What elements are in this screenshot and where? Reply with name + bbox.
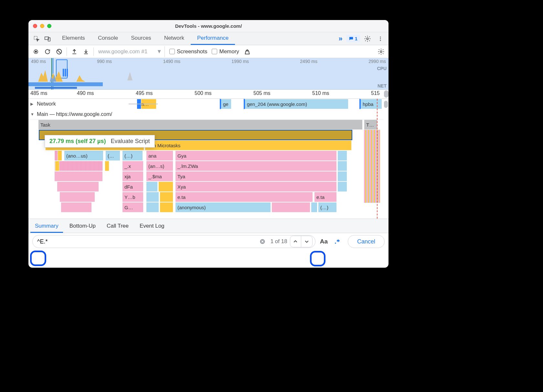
dtab-event-log[interactable]: Event Log — [135, 220, 169, 233]
flame-scroll[interactable] — [383, 99, 389, 219]
kebab-menu-icon[interactable] — [375, 36, 386, 42]
memory-checkbox[interactable]: Memory — [210, 48, 241, 55]
flame-cell[interactable]: e.ta — [175, 192, 313, 202]
flame-cell[interactable] — [337, 150, 347, 161]
flame-cell[interactable] — [146, 181, 158, 192]
flame-cell[interactable] — [61, 202, 92, 212]
flame-cell[interactable] — [58, 150, 62, 161]
tooltip-label: Evaluate Script — [111, 138, 150, 144]
screenshots-checkbox[interactable]: Screenshots — [167, 48, 209, 55]
scroll-thumb[interactable] — [384, 90, 389, 98]
flame-cell[interactable] — [57, 181, 99, 192]
issues-count: 1 — [355, 36, 357, 41]
flame-cell[interactable]: (ano…us) — [64, 150, 103, 161]
net-bar — [28, 82, 103, 86]
flame-cell[interactable] — [55, 161, 59, 171]
flame-cell[interactable] — [337, 171, 347, 181]
flame-cell[interactable]: e.ta — [314, 192, 337, 202]
flame-cell[interactable]: xja — [122, 171, 144, 181]
flame-cell[interactable]: (…) — [318, 202, 337, 212]
cancel-button[interactable]: Cancel — [348, 235, 385, 248]
flame-cell[interactable] — [105, 161, 109, 171]
flame-cell[interactable] — [160, 192, 173, 202]
flame-cell[interactable]: (…) — [122, 150, 143, 161]
dtab-bottom-up[interactable]: Bottom-Up — [65, 220, 100, 233]
flame-cell[interactable]: (anonymous) — [175, 202, 271, 212]
checkbox-icon — [169, 49, 175, 54]
upload-button[interactable] — [69, 46, 80, 57]
issues-button[interactable]: 1 — [346, 35, 360, 42]
search-input[interactable] — [37, 238, 257, 245]
flame-cell[interactable]: Y…b — [122, 192, 144, 202]
tab-performance[interactable]: Performance — [191, 32, 235, 45]
case-sensitive-toggle[interactable]: Aa — [320, 238, 328, 245]
flame-cell[interactable]: _.lm.ZWa — [175, 161, 337, 171]
svg-point-6 — [380, 40, 381, 41]
flame-cell[interactable] — [146, 192, 159, 202]
search-next-icon[interactable] — [301, 236, 312, 247]
network-entry[interactable]: ge — [220, 99, 231, 109]
flame-cell[interactable] — [337, 181, 347, 192]
flame-cell[interactable] — [337, 161, 347, 171]
flame-task[interactable]: Task — [38, 119, 363, 130]
settings-icon[interactable] — [362, 35, 373, 42]
flame-cell[interactable]: _.x — [122, 161, 144, 171]
inspect-element-icon[interactable] — [31, 32, 42, 45]
network-entry[interactable]: gen_204 (www.google.com) — [244, 99, 348, 109]
network-entry[interactable]: hpba — [359, 99, 382, 109]
flame-cell[interactable] — [311, 202, 317, 212]
tab-elements[interactable]: Elements — [56, 32, 91, 45]
overview-timeline[interactable]: 490 ms 990 ms 1490 ms 1990 ms 2490 ms 29… — [28, 58, 389, 90]
highlight-ring-regex — [310, 251, 325, 266]
flame-cell[interactable]: Run Microtasks — [145, 140, 352, 150]
tab-network[interactable]: Network — [158, 32, 191, 45]
flame-cell[interactable]: Gya — [175, 150, 337, 161]
search-nav-pill — [290, 236, 313, 247]
flame-cell[interactable]: dFa — [122, 181, 144, 192]
search-prev-icon[interactable] — [290, 236, 301, 247]
ruler-tick: 515 — [371, 90, 380, 96]
device-toolbar-icon[interactable] — [42, 32, 53, 45]
tick: 1990 ms — [231, 59, 249, 64]
flame-cell[interactable]: _.$ma — [146, 171, 173, 181]
flame-cell[interactable]: ana — [146, 150, 173, 161]
network-row: m… ge gen_204 (www.google.com) hpba — [28, 99, 383, 109]
tab-sources[interactable]: Sources — [124, 32, 157, 45]
flame-cell[interactable] — [59, 192, 95, 202]
svg-marker-11 — [38, 70, 48, 82]
capture-settings-icon[interactable] — [376, 46, 387, 57]
svg-rect-14 — [63, 69, 64, 77]
recording-select[interactable]: www.google.com #1 ▼ — [96, 46, 165, 57]
flame-cell[interactable] — [54, 171, 103, 181]
flame-cell[interactable] — [158, 181, 173, 192]
playhead[interactable] — [377, 99, 378, 219]
flame-task[interactable]: T… — [364, 119, 378, 130]
flame-cell[interactable]: (an…s) — [146, 161, 173, 171]
flame-cell[interactable]: G… — [122, 202, 144, 212]
flame-cell[interactable] — [146, 202, 159, 212]
svg-marker-17 — [76, 75, 85, 82]
flame-cell[interactable]: (… — [105, 150, 120, 161]
collect-garbage-button[interactable] — [242, 46, 253, 57]
flame-cell[interactable] — [160, 202, 173, 212]
scroll-thumb[interactable] — [384, 101, 388, 108]
svg-point-10 — [380, 51, 382, 53]
reload-record-button[interactable] — [42, 46, 53, 57]
tab-console[interactable]: Console — [91, 32, 124, 45]
download-button[interactable] — [80, 46, 91, 57]
flamechart[interactable]: ▶ Network m… ge gen_204 (www.google.com)… — [28, 99, 389, 219]
dtab-summary[interactable]: Summary — [30, 220, 63, 233]
dtab-call-tree[interactable]: Call Tree — [102, 220, 133, 233]
clear-button[interactable] — [54, 46, 65, 57]
clear-search-icon[interactable] — [257, 239, 268, 244]
more-panels-icon[interactable]: » — [336, 35, 344, 43]
main-track-header[interactable]: ▼ Main — https://www.google.com/ — [28, 109, 383, 119]
flame-cell[interactable]: Xya — [175, 181, 337, 192]
flame-cell[interactable] — [54, 161, 103, 171]
flame-ruler[interactable]: 485 ms 490 ms 495 ms 500 ms 505 ms 510 m… — [28, 90, 389, 99]
record-button[interactable] — [30, 46, 41, 57]
svg-point-3 — [367, 38, 368, 40]
flame-cell[interactable]: Tya — [175, 171, 337, 181]
regex-toggle[interactable] — [331, 235, 343, 248]
flame-cell[interactable] — [272, 202, 310, 212]
